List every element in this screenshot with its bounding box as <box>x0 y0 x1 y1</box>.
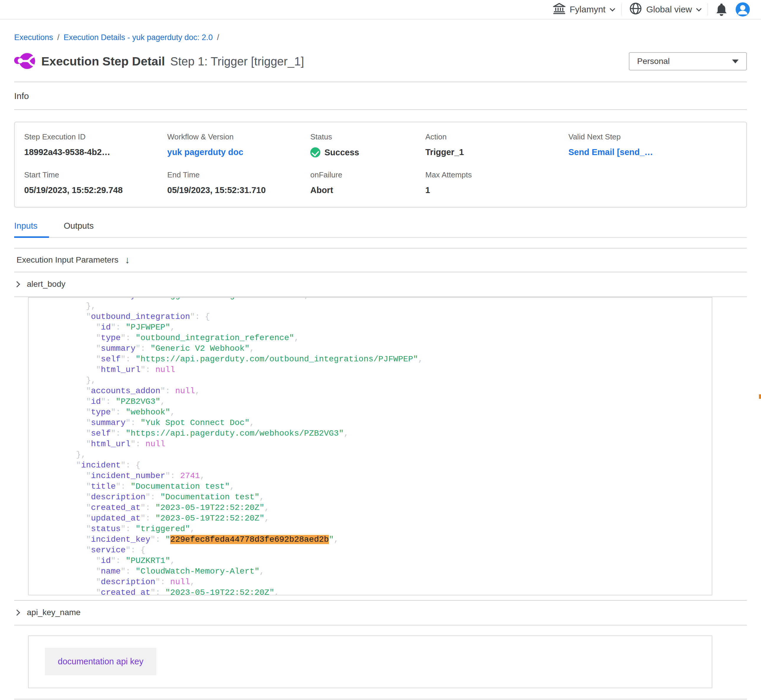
execution-input-parameters-header: Execution Input Parameters ↓ <box>14 248 747 272</box>
json-code-line: "updated_at": "2023-05-19T22:52:20Z", <box>46 513 712 524</box>
user-avatar[interactable] <box>735 2 750 17</box>
json-code-line: "title": "Documentation test", <box>46 481 712 492</box>
json-code-line: "incident": { <box>46 460 712 471</box>
notifications-bell-icon[interactable] <box>716 3 727 16</box>
info-field-value[interactable]: Send Email [send_… <box>568 147 746 157</box>
info-field-label: Max Attempts <box>425 170 568 180</box>
download-arrow-icon[interactable]: ↓ <box>125 255 130 265</box>
info-field-label: End Time <box>167 170 310 180</box>
page-title: Execution Step Detail <box>41 55 165 69</box>
info-heading: Info <box>14 91 747 101</box>
scope-select[interactable]: Personal <box>629 52 747 70</box>
expand-row-api-key-name[interactable]: api_key_name <box>14 601 747 625</box>
info-field-value: Abort <box>310 185 425 195</box>
api-key-name-label: api_key_name <box>27 608 80 617</box>
info-field: Max Attempts1 <box>425 170 568 195</box>
json-code-line: "status": "triggered", <box>46 524 712 534</box>
info-field-label: Action <box>425 132 568 141</box>
json-code-line: "outbound_integration": { <box>46 311 712 322</box>
tab-bar: InputsOutputs <box>14 221 747 237</box>
info-field-value: 05/19/2023, 15:52:31.710 <box>167 185 310 195</box>
json-code-line: }, <box>46 375 712 386</box>
globe-icon <box>629 2 642 17</box>
json-code-line: "accounts_addon": null, <box>46 386 712 397</box>
json-code-line: "service": { <box>46 545 712 556</box>
divider <box>14 82 747 82</box>
info-field-label: onFailure <box>310 170 425 180</box>
breadcrumb-link[interactable]: Executions <box>14 33 53 42</box>
info-field: ActionTrigger_1 <box>425 132 568 158</box>
json-code-line: "incident_number": 2741, <box>46 471 712 481</box>
expand-row-alert-body[interactable]: alert_body <box>14 272 747 297</box>
json-code-line: "type": "webhook", <box>46 407 712 418</box>
info-field-label: Status <box>310 132 425 141</box>
info-field: StatusSuccess <box>310 132 425 158</box>
json-code-line: "description": null, <box>46 577 712 588</box>
json-code-line: "id": "PZB2VG3", <box>46 397 712 407</box>
tab-outputs[interactable]: Outputs <box>64 221 97 237</box>
alert-body-json-viewer[interactable]: "summary": "Triggered through the websit… <box>28 297 712 595</box>
info-field-value: 05/19/2023, 15:52:29.748 <box>24 185 167 195</box>
success-check-icon <box>310 147 320 158</box>
info-field-value: Success <box>310 147 425 158</box>
info-card: Step Execution ID18992a43-9538-4b2…Workf… <box>14 122 747 208</box>
org-label: Fylamynt <box>570 5 606 14</box>
json-code-line: }, <box>46 301 712 311</box>
info-field: onFailureAbort <box>310 170 425 195</box>
org-switcher[interactable]: Fylamynt <box>553 3 614 17</box>
chevron-right-icon <box>14 609 20 616</box>
json-code-line: "summary": "Triggered through the websit… <box>46 297 712 301</box>
info-field: Step Execution ID18992a43-9538-4b2… <box>24 132 167 158</box>
chevron-down-icon <box>696 6 701 11</box>
info-field-label: Valid Next Step <box>568 132 746 141</box>
workflow-step-icon <box>14 53 35 70</box>
breadcrumb: Executions/Execution Details - yuk pager… <box>14 33 747 42</box>
alert-body-label: alert_body <box>27 280 66 289</box>
scope-select-value: Personal <box>637 56 670 66</box>
bank-icon <box>553 3 565 17</box>
json-code-line: "html_url": null <box>46 439 712 450</box>
json-code-line: "name": "CloudWatch-Memory-Alert", <box>46 566 712 577</box>
view-switcher[interactable]: Global view <box>629 2 700 17</box>
info-field-value[interactable]: yuk pagerduty doc <box>167 147 310 157</box>
json-code-line: }, <box>46 450 712 460</box>
api-key-name-value-chip: documentation api key <box>45 648 156 675</box>
info-field: Start Time05/19/2023, 15:52:29.748 <box>24 170 167 195</box>
json-code-line: "html_url": null <box>46 365 712 375</box>
info-field-label: Workflow & Version <box>167 132 310 141</box>
find-match-scrollbar-marker <box>759 394 761 399</box>
tab-inputs[interactable]: Inputs <box>14 221 47 237</box>
json-code-line: "self": "https://api.pagerduty.com/webho… <box>46 428 712 439</box>
info-field-value: Trigger_1 <box>425 147 568 157</box>
json-code-line: "self": "https://api.pagerduty.com/outbo… <box>46 354 712 365</box>
breadcrumb-link[interactable]: Execution Details - yuk pagerduty doc: 2… <box>64 33 213 42</box>
topbar-separator <box>621 3 622 16</box>
divider <box>14 109 747 110</box>
json-code-line: "summary": "Generic V2 Webhook", <box>46 343 712 354</box>
topbar-separator <box>708 3 708 16</box>
info-field-label: Start Time <box>24 170 167 180</box>
params-header-label: Execution Input Parameters <box>17 255 119 265</box>
json-code-line: "description": "Documentation test", <box>46 492 712 503</box>
caret-down-icon <box>732 59 739 63</box>
tab-bar-underline <box>14 237 747 238</box>
breadcrumb-separator: / <box>57 33 60 42</box>
json-code-line: "summary": "Yuk Spot Connect Doc", <box>46 418 712 428</box>
page-header: Execution Step Detail Step 1: Trigger [t… <box>14 52 747 70</box>
api-key-name-panel: documentation api key <box>28 636 712 688</box>
json-code-line: "type": "outbound_integration_reference"… <box>46 333 712 343</box>
page-subtitle: Step 1: Trigger [trigger_1] <box>170 55 304 68</box>
topbar: Fylamynt Global view <box>0 0 761 19</box>
json-code-line: "id": "PUZKRT1", <box>46 556 712 566</box>
breadcrumb-separator: / <box>217 33 219 42</box>
info-field-value: 1 <box>425 185 568 195</box>
json-code-line: "created_at": "2023-05-19T22:52:20Z", <box>46 588 712 595</box>
info-field: Workflow & Versionyuk pagerduty doc <box>167 132 310 158</box>
chevron-right-icon <box>14 281 20 287</box>
info-field-value: 18992a43-9538-4b2… <box>24 147 167 157</box>
json-code-line: "id": "PJFWPEP", <box>46 322 712 333</box>
info-field-label: Step Execution ID <box>24 132 167 141</box>
json-code-line: "created_at": "2023-05-19T22:52:20Z", <box>46 503 712 513</box>
info-field: Valid Next StepSend Email [send_… <box>568 132 746 158</box>
view-label: Global view <box>646 5 692 14</box>
